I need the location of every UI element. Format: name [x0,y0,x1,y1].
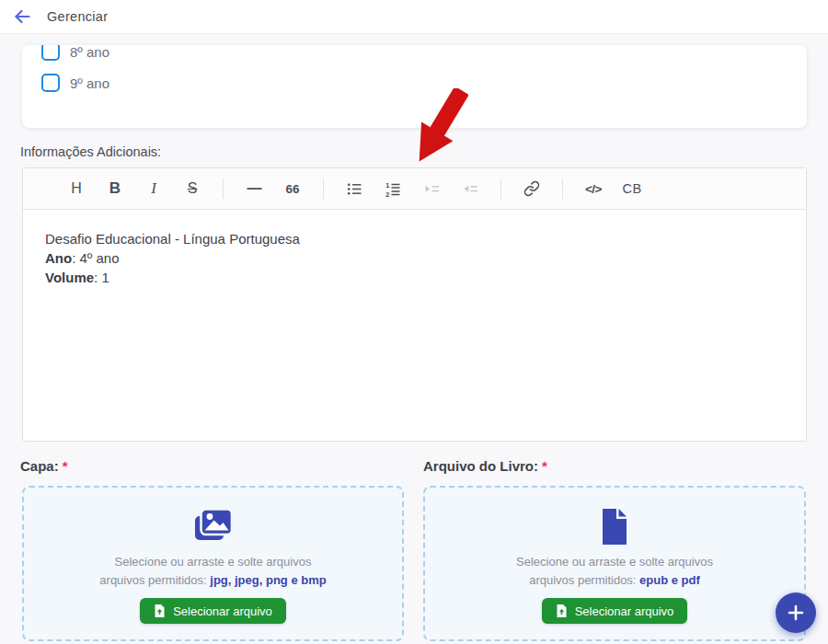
link-icon [523,180,540,197]
toolbar-link-button[interactable] [517,175,546,202]
page-title: Gerenciar [47,9,108,24]
svg-text:2: 2 [385,190,390,198]
ordered-list-icon: 12 [385,180,402,198]
toolbar-indent-decrease-button[interactable] [455,175,485,202]
images-icon [192,507,235,547]
toolbar-code-button[interactable]: </> [579,175,608,202]
allowed-types: arquivos permitidos: epub e pdf [529,573,700,587]
required-asterisk: * [542,458,547,474]
capa-dropzone[interactable]: Selecione ou arraste e solte arquivos ar… [22,486,404,641]
allowed-types: arquivos permitidos: jpg, jpeg, png e bm… [99,573,326,587]
editor-content[interactable]: Desafio Educacional - Língua Portuguesa … [23,210,806,442]
indent-decrease-icon [462,180,479,198]
toolbar-separator [323,178,324,199]
toolbar-ordered-list-button[interactable]: 12 [378,175,408,202]
upload-hint: Selecione ou arraste e solte arquivos [516,555,713,569]
select-file-button[interactable]: Selecionar arquivo [542,598,688,624]
arquivo-label: Arquivo do Livro:* [423,458,547,474]
grades-card: 8º ano 9º ano [22,45,807,128]
grade-checkbox-label: 8º ano [70,45,109,60]
arrow-left-icon [14,9,31,24]
indent-increase-icon [423,180,441,198]
back-button[interactable] [14,9,31,24]
grade-row: 9º ano [41,74,109,92]
svg-text:1: 1 [385,181,390,190]
header-bar: Gerenciar [0,0,828,34]
grade-checkbox-label: 9º ano [70,75,109,91]
fab-add-button[interactable] [776,592,816,633]
capa-label: Capa:* [20,458,68,474]
grade-row: 8º ano [41,45,109,61]
select-file-button[interactable]: Selecionar arquivo [140,598,286,624]
toolbar-italic-button[interactable]: I [139,175,168,202]
toolbar-blockquote-button[interactable]: 66 [278,175,307,202]
toolbar-strike-button[interactable]: S [178,175,207,202]
toolbar-separator [562,178,563,199]
toolbar-bullet-list-button[interactable] [339,175,369,202]
toolbar-separator [223,178,224,199]
toolbar-codeblock-button[interactable]: CB [617,175,647,202]
editor-label: Informações Adicionais: [20,144,161,159]
editor-toolbar: H B I S — 66 12 [23,168,806,210]
upload-hint: Selecione ou arraste e solte arquivos [115,555,312,569]
bullet-list-icon [346,180,363,198]
arquivo-dropzone[interactable]: Selecione ou arraste e solte arquivos ar… [423,486,806,641]
toolbar-heading-button[interactable]: H [62,175,91,202]
toolbar-separator [500,178,501,199]
required-asterisk: * [63,458,68,474]
toolbar-bold-button[interactable]: B [100,175,130,202]
toolbar-indent-increase-button[interactable] [417,175,446,202]
editor-line: Desafio Educacional - Língua Portuguesa [45,229,784,248]
file-icon [598,507,631,547]
file-upload-icon [556,604,568,618]
file-upload-icon [154,604,166,618]
toolbar-horizontal-rule-button[interactable]: — [239,175,269,202]
grade-checkbox-9[interactable] [41,74,60,92]
grade-checkbox-8[interactable] [41,45,60,61]
editor-line: Volume: 1 [45,268,784,287]
plus-icon [787,604,805,622]
editor-line: Ano: 4º ano [45,248,784,268]
rich-text-editor: H B I S — 66 12 [22,167,807,442]
